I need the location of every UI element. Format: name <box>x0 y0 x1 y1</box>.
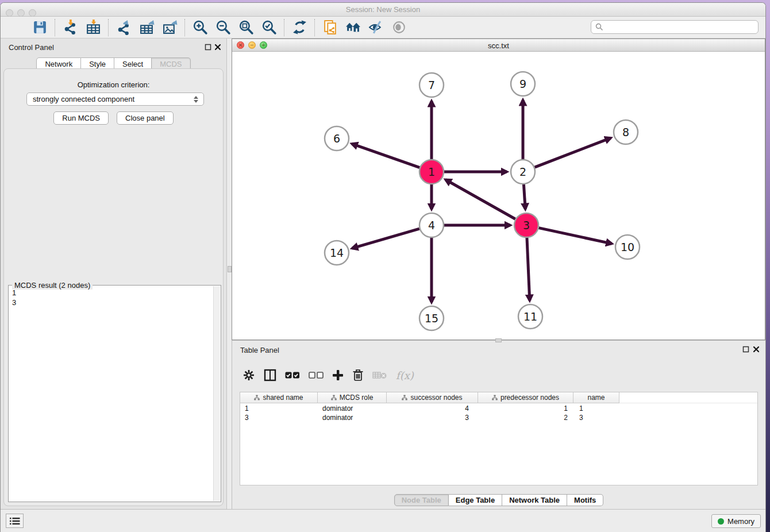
eye-slash-icon <box>368 20 384 35</box>
horizontal-splitter-grip[interactable] <box>495 338 502 342</box>
column-header-shared-name[interactable]: shared name <box>240 392 318 403</box>
show-graphics-details-button[interactable] <box>387 18 410 37</box>
graph-edge-1-6[interactable] <box>352 144 419 167</box>
zoom-in-icon <box>192 20 208 35</box>
graph-node-label: 7 <box>428 79 435 91</box>
columns-icon <box>264 369 276 381</box>
zoom-in-button[interactable] <box>188 18 211 37</box>
graph-node-label: 11 <box>523 310 537 323</box>
table-panel-title: Table Panel <box>240 346 279 354</box>
import-network-icon <box>63 20 78 35</box>
float-panel-icon[interactable] <box>742 346 749 353</box>
result-scrollbar[interactable] <box>213 286 220 501</box>
deselect-all-button[interactable] <box>309 366 324 384</box>
import-network-button[interactable] <box>59 18 82 37</box>
close-panel-icon[interactable] <box>753 346 760 353</box>
network-window: ✕ − + scc.txt 7968124314101511 <box>232 38 765 340</box>
graph-node-label: 9 <box>519 78 526 90</box>
tab-node-table[interactable]: Node Table <box>394 494 449 506</box>
export-image-button[interactable] <box>158 18 181 37</box>
column-label: MCDS role <box>340 394 374 402</box>
task-history-button[interactable] <box>6 514 24 528</box>
graph-edge-3-11[interactable] <box>527 238 530 300</box>
import-table-button[interactable] <box>82 18 105 37</box>
graph-node-label: 8 <box>622 126 629 138</box>
graph-edge-4-14[interactable] <box>352 229 419 248</box>
column-header-mcds-role[interactable]: MCDS role <box>318 392 387 403</box>
search-field <box>591 20 759 34</box>
export-table-icon <box>139 20 155 35</box>
deselect-all-icon <box>309 371 324 379</box>
table-cell[interactable]: 3 <box>573 414 619 423</box>
attribute-settings-button[interactable] <box>242 366 255 384</box>
toolbar-separator <box>184 19 185 36</box>
table-cell[interactable]: 2 <box>478 414 573 423</box>
table-header-filler <box>619 392 757 403</box>
table-cell[interactable]: 3 <box>240 414 318 423</box>
column-header-name[interactable]: name <box>573 392 619 403</box>
float-panel-icon[interactable] <box>205 44 211 51</box>
zoom-fit-button[interactable] <box>234 18 257 37</box>
zoom-fit-icon <box>238 20 254 35</box>
table-cell[interactable]: dominator <box>318 414 387 423</box>
column-label: name <box>587 394 605 402</box>
column-type-icon <box>331 395 337 400</box>
eye-disabled-icon <box>391 20 407 35</box>
zoom-selected-button[interactable] <box>257 18 280 37</box>
graph-edge-3-1[interactable] <box>445 180 515 219</box>
graph-node-label: 10 <box>621 241 634 253</box>
mcds-result-text[interactable]: 1 3 <box>10 287 213 500</box>
table-row[interactable]: 1dominator411 <box>240 404 757 414</box>
export-table-button[interactable] <box>135 18 158 37</box>
copy-network-button[interactable] <box>318 18 341 37</box>
zoom-selected-icon <box>261 20 277 35</box>
network-canvas[interactable]: 7968124314101511 <box>232 52 765 340</box>
graph-edge-2-8[interactable] <box>535 138 611 167</box>
graph-edge-2-3[interactable] <box>523 184 525 209</box>
tab-network-table[interactable]: Network Table <box>502 494 567 506</box>
save-session-button[interactable] <box>28 18 51 37</box>
column-header-successor-nodes[interactable]: successor nodes <box>387 392 478 403</box>
function-builder-button[interactable]: f(x) <box>396 366 414 384</box>
refresh-view-button[interactable] <box>288 18 311 37</box>
delete-row-button[interactable] <box>352 366 364 384</box>
export-network-button[interactable] <box>112 18 135 37</box>
graph-edge-3-10[interactable] <box>539 228 612 244</box>
zoom-out-icon <box>215 20 231 35</box>
hide-graphics-details-button[interactable] <box>364 18 387 37</box>
table-row[interactable]: 3dominator323 <box>240 414 757 423</box>
run-mcds-button[interactable]: Run MCDS <box>53 111 109 125</box>
table-cell[interactable]: 1 <box>240 404 318 414</box>
close-panel-button[interactable]: Close panel <box>117 111 174 125</box>
network-title: scc.txt <box>232 41 765 50</box>
table-cell[interactable]: 3 <box>387 414 478 423</box>
zoom-out-button[interactable] <box>211 18 234 37</box>
network-graph[interactable]: 7968124314101511 <box>232 52 765 340</box>
criterion-value: strongly connected component <box>27 95 191 103</box>
open-session-button[interactable] <box>5 18 28 37</box>
table-cell[interactable]: dominator <box>318 404 387 414</box>
table-panel-tabs: Node Table Edge Table Network Table Moti… <box>232 494 765 506</box>
column-layout-button[interactable] <box>264 366 276 384</box>
home-view-button[interactable] <box>341 18 364 37</box>
search-input[interactable] <box>606 21 758 33</box>
memory-button[interactable]: Memory <box>711 514 761 528</box>
delete-table-icon <box>372 371 387 380</box>
delete-table-button[interactable] <box>372 366 387 384</box>
close-panel-icon[interactable] <box>214 44 221 51</box>
table-cell[interactable]: 1 <box>573 404 619 414</box>
criterion-select[interactable]: strongly connected component <box>26 92 204 106</box>
table-cell[interactable]: 1 <box>478 404 573 414</box>
select-all-button[interactable] <box>285 366 300 384</box>
column-header-predecessor-nodes[interactable]: predecessor nodes <box>478 392 573 403</box>
graph-node-label: 2 <box>519 165 526 178</box>
tab-edge-table[interactable]: Edge Table <box>449 494 502 506</box>
graph-node-label: 6 <box>333 132 340 145</box>
add-row-button[interactable] <box>332 366 344 384</box>
vertical-splitter-grip[interactable] <box>228 266 232 272</box>
table-cell[interactable]: 4 <box>387 404 478 414</box>
app-window: Session: New Session <box>0 2 766 532</box>
status-bar: Memory <box>1 509 765 532</box>
tab-motifs[interactable]: Motifs <box>567 494 603 506</box>
memory-status-icon <box>718 518 724 525</box>
